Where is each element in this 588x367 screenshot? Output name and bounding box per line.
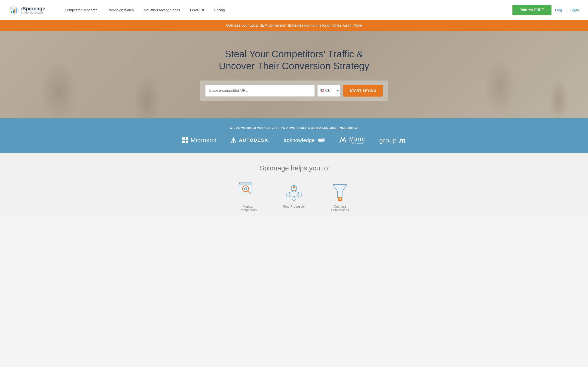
- autodesk-label: AUTODESK.: [239, 138, 270, 143]
- nav-competitor-research[interactable]: Competitor Research: [60, 8, 103, 12]
- nav-links: Competitor Research Campaign Watch Indus…: [60, 8, 512, 12]
- help-item-monitor: Monitor Competitors: [234, 181, 262, 212]
- logo-icon: [9, 5, 19, 15]
- groupm-m-label: m: [399, 137, 406, 144]
- hero-title-line2: Uncover Their Conversion Strategy: [219, 60, 369, 71]
- funnel-icon: $: [330, 181, 350, 202]
- microsoft-icon: [182, 137, 188, 143]
- logo[interactable]: iSpionage A TapClicks company: [9, 5, 51, 15]
- svg-point-0: [9, 6, 19, 15]
- join-free-button[interactable]: Join for FREE: [512, 5, 552, 15]
- nav-pricing[interactable]: Pricing: [209, 8, 230, 12]
- svg-point-27: [293, 186, 295, 188]
- hero-section: Steal Your Competitors' Traffic & Uncove…: [0, 31, 588, 118]
- autodesk-icon: [231, 137, 237, 143]
- pipe-divider: |: [566, 8, 567, 12]
- svg-point-22: [298, 193, 302, 197]
- banner-text: Optimize your Local SEM conversion strat…: [226, 23, 362, 27]
- help-label-prospects: Find Prospects: [280, 205, 308, 208]
- marin-text: Marin SOFTWARE: [349, 136, 365, 144]
- hero-title-line1: Steal Your Competitors' Traffic &: [225, 49, 363, 59]
- svg-rect-2: [13, 10, 14, 13]
- search-box: 🇺🇸 US 🇬🇧 UK 🇨🇦 CA 🇦🇺 AU 🇩🇪 DE 🇫🇷 FR STAR…: [200, 81, 388, 101]
- marin-logo: Marin SOFTWARE: [339, 136, 365, 144]
- network-icon-wrap: [284, 181, 304, 202]
- svg-marker-28: [333, 185, 347, 198]
- funnel-icon-wrap: $: [330, 181, 350, 202]
- adknowledge-logo: adknowledge: [284, 137, 326, 143]
- hero-title: Steal Your Competitors' Traffic & Uncove…: [5, 48, 583, 72]
- login-link[interactable]: Login: [570, 8, 579, 12]
- help-item-optimize: $ Optimize Conversions: [326, 181, 354, 212]
- svg-text:$: $: [339, 198, 341, 201]
- hero-content: Steal Your Competitors' Traffic & Uncove…: [0, 39, 588, 110]
- svg-rect-1: [11, 11, 12, 13]
- help-label-optimize: Optimize Conversions: [326, 205, 354, 212]
- url-input[interactable]: [205, 85, 315, 97]
- helps-title: iSpionage helps you to:: [9, 164, 579, 172]
- nav-campaign-watch[interactable]: Campaign Watch: [103, 8, 139, 12]
- nav-lead-list[interactable]: Lead List: [185, 8, 209, 12]
- marin-sub-label: SOFTWARE: [349, 142, 365, 144]
- clients-logos: Microsoft AUTODESK. adknowledge: [9, 136, 579, 144]
- svg-point-11: [322, 138, 325, 142]
- nav-right: Join for FREE Blog | Login: [512, 5, 579, 15]
- nav-industry-landing-pages[interactable]: Industry Landing Pages: [139, 8, 185, 12]
- helps-section: iSpionage helps you to: Monitor Competit…: [0, 153, 588, 217]
- marin-name-label: Marin: [349, 136, 365, 142]
- adknowledge-icon: [317, 137, 326, 143]
- svg-rect-3: [14, 9, 15, 13]
- magnifier-icon: [238, 181, 258, 202]
- network-icon: [284, 181, 304, 202]
- clients-section: WE'VE WORKED WITH 35,752 PPC ADVERTISERS…: [0, 118, 588, 153]
- svg-point-14: [239, 183, 240, 184]
- svg-point-16: [242, 183, 243, 184]
- helps-icons: Monitor Competitors Find Prospects: [9, 181, 579, 212]
- help-item-prospects: Find Prospects: [280, 181, 308, 212]
- svg-line-24: [288, 191, 294, 193]
- promo-banner[interactable]: Optimize your Local SEM conversion strat…: [0, 20, 588, 31]
- brand-name: iSpionage: [21, 6, 45, 11]
- blog-link[interactable]: Blog: [555, 8, 562, 12]
- svg-point-15: [241, 183, 242, 184]
- adknowledge-label: adknowledge: [284, 137, 315, 143]
- navbar: iSpionage A TapClicks company Competitor…: [0, 0, 588, 20]
- svg-rect-4: [16, 8, 17, 13]
- groupm-label: group: [379, 137, 397, 144]
- autodesk-logo: AUTODESK.: [231, 137, 270, 143]
- groupm-logo: group m: [379, 137, 406, 144]
- microsoft-label: Microsoft: [191, 137, 217, 144]
- magnifier-icon-wrap: [238, 181, 258, 202]
- svg-line-25: [294, 191, 300, 193]
- marin-icon: [339, 137, 346, 144]
- country-select[interactable]: 🇺🇸 US 🇬🇧 UK 🇨🇦 CA 🇦🇺 AU 🇩🇪 DE 🇫🇷 FR: [317, 85, 340, 97]
- clients-tagline: WE'VE WORKED WITH 35,752 PPC ADVERTISERS…: [9, 126, 579, 130]
- start-spying-button[interactable]: START SPYING: [343, 85, 383, 97]
- svg-point-21: [286, 193, 290, 197]
- svg-point-23: [292, 196, 296, 200]
- help-label-monitor: Monitor Competitors: [234, 205, 262, 212]
- brand-sub: A TapClicks company: [21, 11, 45, 14]
- microsoft-logo: Microsoft: [182, 137, 217, 144]
